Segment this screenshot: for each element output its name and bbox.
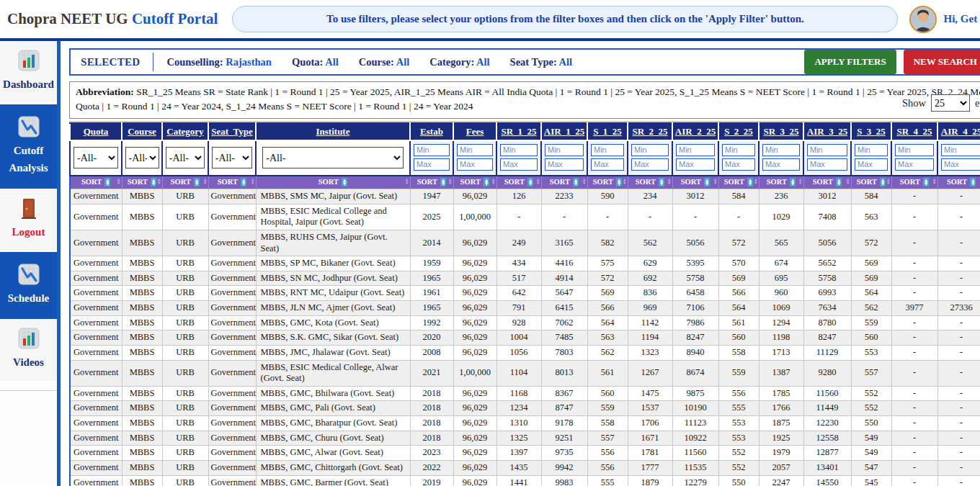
filter-max-input-air_1_25[interactable] bbox=[545, 158, 584, 171]
filter-min-input-s_1_25[interactable] bbox=[591, 144, 624, 156]
apply-filters-button[interactable]: APPLY FILTERS bbox=[804, 50, 896, 74]
filter-min-input-air_3_25[interactable] bbox=[807, 144, 847, 156]
sort-button-sr_2_25[interactable]: SORT▲▼▲▼ bbox=[628, 176, 672, 189]
cell-sr_1_25: 517 bbox=[496, 271, 541, 286]
filter-max-input-sr_2_25[interactable] bbox=[631, 158, 669, 171]
cell-s_3_25: 549 bbox=[851, 446, 891, 461]
sort-button-s_1_25[interactable]: SORT▲▼▲▼ bbox=[587, 176, 628, 189]
filter-cell-category: -All- bbox=[162, 140, 208, 176]
filter-select-course[interactable]: -All- bbox=[125, 147, 159, 168]
filter-min-input-air_1_25[interactable] bbox=[545, 144, 584, 156]
filter-min-input-air_4_25[interactable] bbox=[941, 144, 980, 156]
filter-max-input-sr_1_25[interactable] bbox=[500, 158, 538, 171]
filter-select-category[interactable]: -All- bbox=[166, 147, 205, 168]
sidebar-item-videos[interactable]: Videos bbox=[0, 319, 57, 382]
cell-air_2_25: 8940 bbox=[672, 345, 718, 360]
filter-select-institute[interactable]: -All- bbox=[262, 147, 404, 168]
filter-min-input-fees[interactable] bbox=[457, 144, 493, 156]
selected-filter-label: Counselling: bbox=[166, 56, 226, 68]
sort-button-air_3_25[interactable]: SORT▲▼▲▼ bbox=[803, 176, 851, 189]
cell-s_1_25: 590 bbox=[587, 189, 628, 204]
sort-button-institute[interactable]: SORT▲▼▲▼ bbox=[256, 176, 410, 189]
sort-spinner-arrows: ▲▼ bbox=[583, 178, 586, 186]
entries-per-page-select[interactable]: 25 bbox=[931, 94, 970, 112]
filter-min-input-s_2_25[interactable] bbox=[722, 144, 755, 156]
filter-min-input-s_3_25[interactable] bbox=[855, 144, 888, 156]
cell-quota: Government bbox=[70, 271, 122, 286]
cell-sr_1_25: 1441 bbox=[496, 475, 541, 486]
sort-spinner-arrows: ▲▼ bbox=[492, 178, 495, 186]
filter-min-input-sr_3_25[interactable] bbox=[762, 144, 800, 156]
cell-category: URB bbox=[162, 315, 208, 330]
sort-button-seat_type[interactable]: SORT▲▼▲▼ bbox=[208, 176, 256, 189]
filter-max-input-estab[interactable] bbox=[414, 158, 450, 171]
table-sort-row: SORT▲▼▲▼SORT▲▼▲▼SORT▲▼▲▼SORT▲▼▲▼SORT▲▼▲▼… bbox=[70, 176, 980, 189]
filter-max-input-air_3_25[interactable] bbox=[807, 158, 847, 171]
cell-air_4_25: - bbox=[937, 446, 980, 461]
cell-air_2_25: 11123 bbox=[672, 416, 718, 431]
cell-quota: Government bbox=[70, 230, 122, 256]
sort-button-sr_3_25[interactable]: SORT▲▼▲▼ bbox=[759, 176, 803, 189]
sort-button-air_2_25[interactable]: SORT▲▼▲▼ bbox=[672, 176, 718, 189]
filter-max-input-air_2_25[interactable] bbox=[676, 158, 715, 171]
cell-air_2_25: 5056 bbox=[672, 230, 718, 256]
sidebar-item-cutoff-analysis[interactable]: Cutoff Analysis bbox=[0, 104, 57, 189]
avatar-photo bbox=[911, 7, 935, 32]
filter-min-input-sr_4_25[interactable] bbox=[895, 144, 934, 156]
cell-s_1_25: 556 bbox=[587, 460, 628, 475]
filter-max-input-sr_3_25[interactable] bbox=[762, 158, 800, 171]
sort-button-sr_1_25[interactable]: SORT▲▼▲▼ bbox=[496, 176, 541, 189]
cell-air_1_25: 7062 bbox=[541, 315, 587, 330]
sort-button-quota[interactable]: SORT▲▼▲▼ bbox=[70, 176, 122, 189]
filter-max-input-s_1_25[interactable] bbox=[591, 158, 624, 171]
cell-course: MBBS bbox=[122, 345, 162, 360]
user-greeting: Hi, Get MBBS Admissi bbox=[943, 13, 980, 25]
column-header-institute: Institute bbox=[256, 123, 410, 140]
filter-min-input-estab[interactable] bbox=[414, 144, 450, 156]
filter-min-input-sr_2_25[interactable] bbox=[631, 144, 669, 156]
sidebar-item-schedule[interactable]: Schedule bbox=[0, 252, 57, 319]
sort-spinner-arrows: ▲▼ bbox=[799, 178, 802, 186]
sort-button-s_2_25[interactable]: SORT▲▼▲▼ bbox=[718, 176, 759, 189]
cell-s_1_25: 561 bbox=[587, 360, 628, 386]
cell-sr_4_25: - bbox=[891, 189, 937, 204]
cell-s_2_25: 561 bbox=[718, 315, 759, 330]
filter-select-seat_type[interactable]: -All- bbox=[212, 147, 252, 168]
table-filter-row: -All--All--All--All--All- bbox=[70, 140, 980, 176]
sort-button-air_1_25[interactable]: SORT▲▼▲▼ bbox=[541, 176, 587, 189]
sort-spinner-arrows: ▲▼ bbox=[117, 178, 120, 186]
user-avatar[interactable] bbox=[909, 6, 937, 33]
column-header-s_3_25: S_3_25 bbox=[851, 123, 891, 140]
sort-button-sr_4_25[interactable]: SORT▲▼▲▼ bbox=[891, 176, 937, 189]
cell-air_1_25: 8013 bbox=[541, 360, 587, 386]
sidebar-item-dashboard[interactable]: Dashboard bbox=[0, 41, 57, 104]
cell-sr_4_25: 3977 bbox=[891, 301, 937, 316]
cell-sr_4_25: - bbox=[891, 401, 937, 416]
cell-air_3_25: 12558 bbox=[803, 431, 851, 446]
sort-button-s_3_25[interactable]: SORT▲▼▲▼ bbox=[851, 176, 891, 189]
filter-max-input-s_2_25[interactable] bbox=[722, 158, 755, 171]
cell-seat_type: Government bbox=[208, 256, 256, 271]
sort-button-course[interactable]: SORT▲▼▲▼ bbox=[122, 176, 162, 189]
sort-button-air_4_25[interactable]: SORT▲▼▲▼ bbox=[937, 176, 980, 189]
sort-label: SORT bbox=[813, 178, 833, 186]
sort-button-fees[interactable]: SORT▲▼▲▼ bbox=[453, 176, 496, 189]
sidebar-item-logout[interactable]: Logout bbox=[0, 189, 57, 252]
cell-air_1_25: 5647 bbox=[541, 286, 587, 301]
filter-cell-quota: -All- bbox=[70, 140, 122, 176]
filter-max-input-sr_4_25[interactable] bbox=[895, 158, 934, 171]
sort-button-estab[interactable]: SORT▲▼▲▼ bbox=[410, 176, 453, 189]
cell-quota: Government bbox=[70, 446, 122, 461]
sort-button-category[interactable]: SORT▲▼▲▼ bbox=[162, 176, 208, 189]
filter-max-input-s_3_25[interactable] bbox=[855, 158, 888, 171]
abbreviation-note: Abbreviation: SR_1_25 Means SR = State R… bbox=[69, 81, 980, 119]
filter-min-input-sr_1_25[interactable] bbox=[500, 144, 538, 156]
new-search-button[interactable]: NEW SEARCH bbox=[904, 50, 980, 74]
filter-max-input-air_4_25[interactable] bbox=[941, 158, 980, 171]
filter-select-quota[interactable]: -All- bbox=[74, 147, 118, 168]
filter-min-input-air_2_25[interactable] bbox=[676, 144, 715, 156]
cell-seat_type: Government bbox=[208, 416, 256, 431]
cell-sr_2_25: 234 bbox=[628, 189, 672, 204]
filter-max-input-fees[interactable] bbox=[457, 158, 493, 171]
cell-s_2_25: 550 bbox=[718, 475, 759, 486]
